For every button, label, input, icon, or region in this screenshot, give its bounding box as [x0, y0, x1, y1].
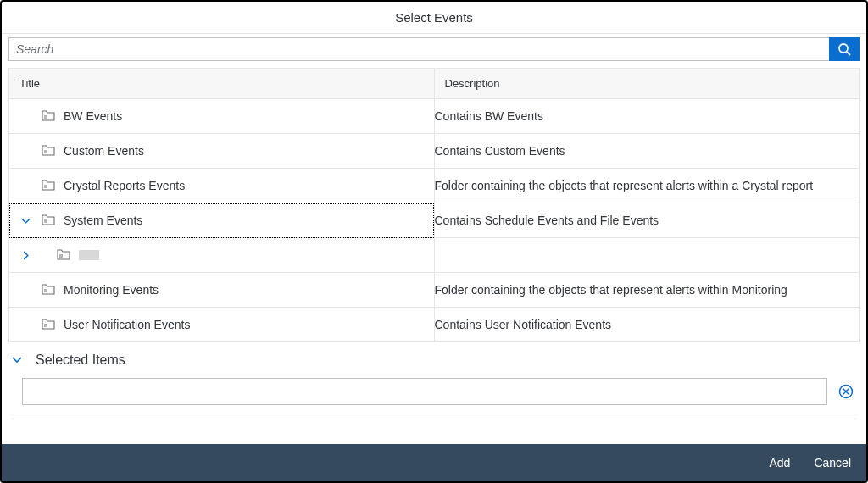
selected-item-row [8, 375, 860, 408]
selected-item-input[interactable] [22, 378, 827, 405]
row-description: Contains User Notification Events [434, 308, 860, 342]
folder-icon [42, 110, 55, 122]
search-input[interactable] [8, 37, 829, 61]
folder-icon [42, 284, 55, 296]
table-row[interactable]: Crystal Reports EventsFolder containing … [9, 169, 860, 203]
events-table: Title Description BW EventsContains BW E… [8, 68, 860, 342]
table-row[interactable]: User Notification EventsContains User No… [9, 308, 860, 342]
svg-line-1 [847, 52, 850, 55]
selected-items-header[interactable]: Selected Items [8, 342, 860, 375]
chevron-down-icon [12, 355, 22, 365]
row-description: Contains Schedule Events and File Events [434, 203, 860, 238]
table-row[interactable]: Custom EventsContains Custom Events [9, 134, 860, 169]
row-description: Folder containing the objects that repre… [434, 273, 860, 308]
svg-point-0 [839, 44, 848, 53]
row-title: Custom Events [64, 144, 144, 158]
add-button[interactable]: Add [769, 456, 790, 469]
row-title: Crystal Reports Events [64, 179, 185, 192]
search-button[interactable] [829, 37, 860, 61]
chevron-down-icon[interactable] [9, 216, 42, 225]
selected-items-label: Selected Items [36, 353, 125, 368]
table-row[interactable]: System EventsContains Schedule Events an… [9, 203, 860, 238]
folder-icon [42, 145, 55, 157]
row-description: Contains BW Events [434, 99, 860, 134]
dialog-footer: Add Cancel [2, 444, 866, 481]
folder-icon [42, 319, 55, 330]
search-icon [837, 42, 851, 56]
row-description: Folder containing the objects that repre… [434, 169, 860, 203]
column-header-description[interactable]: Description [434, 69, 860, 99]
select-events-dialog: Select Events Title Description BW Event… [0, 0, 868, 483]
close-circle-icon [838, 384, 854, 399]
content-area: Title Description BW EventsContains BW E… [2, 61, 866, 444]
folder-icon [42, 214, 55, 226]
row-description: Contains Custom Events [434, 134, 860, 169]
row-title [79, 250, 99, 260]
row-title: User Notification Events [64, 318, 190, 331]
row-title: System Events [64, 214, 142, 227]
table-row[interactable] [9, 238, 860, 273]
column-header-title[interactable]: Title [9, 69, 435, 99]
row-title: BW Events [64, 109, 122, 123]
cancel-button[interactable]: Cancel [814, 456, 851, 469]
dialog-title: Select Events [2, 2, 866, 34]
search-bar [2, 34, 866, 61]
row-description [434, 238, 860, 273]
table-row[interactable]: BW EventsContains BW Events [9, 99, 860, 134]
remove-selected-button[interactable] [836, 381, 856, 402]
row-title: Monitoring Events [64, 283, 159, 297]
chevron-right-icon[interactable] [9, 251, 42, 260]
table-row[interactable]: Monitoring EventsFolder containing the o… [9, 273, 860, 308]
folder-icon [42, 180, 55, 192]
folder-icon [57, 249, 70, 261]
